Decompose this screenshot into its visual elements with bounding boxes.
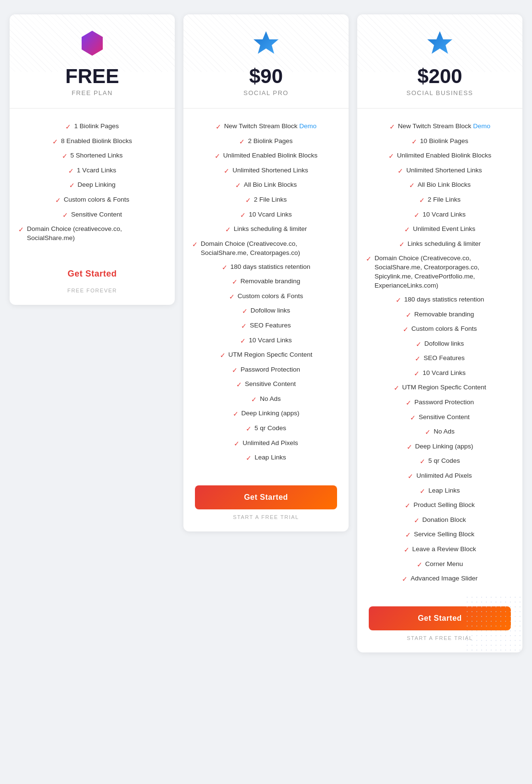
checkmark-icon: ✓	[62, 211, 68, 220]
feature-text: SEO Features	[250, 321, 291, 330]
feature-item: ✓Deep Linking (apps)	[366, 442, 514, 452]
demo-link[interactable]: Demo	[299, 122, 316, 130]
feature-item: ✓Advanced Image Slider	[366, 574, 514, 584]
feature-text: Advanced Image Slider	[411, 574, 478, 583]
card-header-social-business: $200Social Business	[357, 14, 522, 109]
feature-item: ✓Links scheduling & limiter	[366, 240, 514, 250]
feature-text: Custom colors & Fonts	[411, 325, 477, 334]
checkmark-icon: ✓	[220, 351, 226, 361]
checkmark-icon: ✓	[240, 337, 246, 346]
feature-item: ✓Leap Links	[366, 486, 514, 496]
checkmark-icon: ✓	[396, 296, 401, 305]
free-cta-button[interactable]: Get Started	[68, 265, 117, 283]
checkmark-icon: ✓	[404, 545, 410, 555]
checkmark-icon: ✓	[405, 501, 411, 511]
checkmark-icon: ✓	[234, 439, 240, 449]
checkmark-icon: ✓	[216, 122, 221, 132]
social-business-price: $200	[367, 66, 513, 86]
feature-item: ✓2 File Links	[366, 195, 514, 205]
free-icon	[78, 29, 107, 60]
feature-item: ✓Donation Block	[366, 516, 514, 526]
checkmark-icon: ✓	[233, 410, 239, 419]
checkmark-icon: ✓	[406, 398, 411, 408]
social-business-cta-button[interactable]: Get Started	[369, 606, 511, 630]
feature-item: ✓No Ads	[192, 395, 340, 405]
checkmark-icon: ✓	[414, 211, 420, 220]
feature-item: ✓Sensitive Content	[18, 210, 166, 220]
feature-item: ✓5 qr Codes	[192, 424, 340, 434]
checkmark-icon: ✓	[232, 366, 238, 375]
feature-item: ✓Removable branding	[192, 277, 340, 287]
feature-text: Password Protection	[414, 398, 474, 407]
feature-text: 1 Biolink Pages	[74, 122, 119, 131]
feature-item: ✓10 Biolink Pages	[366, 137, 514, 147]
social-pro-subtitle: Social Pro	[193, 89, 339, 96]
svg-marker-1	[254, 31, 278, 54]
checkmark-icon: ✓	[402, 575, 408, 584]
checkmark-icon: ✓	[69, 181, 75, 191]
feature-item: ✓180 days statistics retention	[192, 263, 340, 273]
feature-item: ✓2 File Links	[192, 195, 340, 205]
feature-item: ✓Unlimited Shortened Links	[192, 166, 340, 176]
feature-text: 5 qr Codes	[254, 424, 286, 433]
feature-item: ✓8 Enabled Biolink Blocks	[18, 137, 166, 147]
checkmark-icon: ✓	[417, 560, 423, 570]
feature-item: ✓Domain Choice (Creativecove.co, SocialS…	[192, 240, 340, 258]
feature-item: ✓Corner Menu	[366, 560, 514, 570]
feature-text: All Bio Link Blocks	[244, 181, 297, 190]
checkmark-icon: ✓	[404, 225, 410, 235]
feature-item: ✓2 Biolink Pages	[192, 137, 340, 147]
free-sub-label: FREE FOREVER	[21, 288, 163, 293]
checkmark-icon: ✓	[232, 277, 238, 287]
feature-item: ✓Custom colors & Fonts	[192, 292, 340, 302]
feature-text: Service Selling Block	[414, 530, 474, 539]
checkmark-icon: ✓	[425, 428, 431, 437]
free-subtitle: FREE PLAN	[19, 89, 165, 96]
checkmark-icon: ✓	[236, 380, 242, 390]
feature-text: New Twitch Stream Block Demo	[224, 122, 317, 131]
feature-item: ✓10 Vcard Links	[192, 336, 340, 346]
checkmark-icon: ✓	[415, 354, 421, 364]
social-pro-icon	[252, 29, 280, 60]
checkmark-icon: ✓	[65, 122, 71, 132]
feature-item: ✓All Bio Link Blocks	[192, 181, 340, 191]
feature-text: Sensitive Content	[419, 413, 470, 422]
feature-text: Deep Linking (apps)	[415, 442, 473, 451]
feature-item: ✓Deep Linking	[18, 181, 166, 191]
checkmark-icon: ✓	[406, 311, 411, 320]
feature-text: No Ads	[260, 395, 281, 404]
checkmark-icon: ✓	[215, 152, 220, 161]
social-pro-cta-button[interactable]: Get Started	[195, 485, 337, 509]
feature-item: ✓10 Vcard Links	[192, 210, 340, 220]
feature-item: ✓10 Vcard Links	[366, 210, 514, 220]
feature-text: 2 Biolink Pages	[248, 137, 292, 146]
free-features: ✓1 Biolink Pages✓8 Enabled Biolink Block…	[10, 109, 175, 257]
feature-text: Custom colors & Fonts	[238, 292, 303, 301]
feature-text: Domain Choice (Creativecove.co, SocialSh…	[201, 240, 340, 258]
checkmark-icon: ✓	[52, 137, 58, 147]
checkmark-icon: ✓	[245, 196, 251, 205]
feature-item: ✓New Twitch Stream Block Demo	[192, 122, 340, 132]
feature-item: ✓UTM Region Specfic Content	[192, 350, 340, 361]
checkmark-icon: ✓	[222, 263, 228, 273]
svg-marker-0	[82, 31, 103, 56]
feature-text: Dofollow links	[424, 339, 464, 349]
feature-item: ✓No Ads	[366, 427, 514, 437]
checkmark-icon: ✓	[62, 152, 68, 161]
feature-item: ✓1 Vcard Links	[18, 166, 166, 176]
checkmark-icon: ✓	[394, 384, 399, 393]
social-business-features: ✓New Twitch Stream Block Demo✓10 Biolink…	[357, 109, 522, 599]
feature-item: ✓180 days statistics retention	[366, 295, 514, 305]
feature-text: Product Selling Block	[413, 501, 475, 510]
card-header-social-pro: $90Social Pro	[183, 14, 349, 109]
feature-text: UTM Region Specfic Content	[402, 383, 486, 392]
svg-marker-2	[427, 31, 452, 54]
feature-text: Unlimited Ad Pixels	[242, 439, 298, 448]
checkmark-icon: ✓	[403, 325, 409, 335]
checkmark-icon: ✓	[235, 181, 241, 191]
feature-text: Corner Menu	[425, 560, 463, 569]
checkmark-icon: ✓	[240, 211, 246, 220]
feature-text: Unlimited Shortened Links	[232, 166, 308, 175]
feature-item: ✓Domain Choice (creativecove.co, SocialS…	[18, 225, 166, 243]
demo-link[interactable]: Demo	[473, 122, 490, 130]
